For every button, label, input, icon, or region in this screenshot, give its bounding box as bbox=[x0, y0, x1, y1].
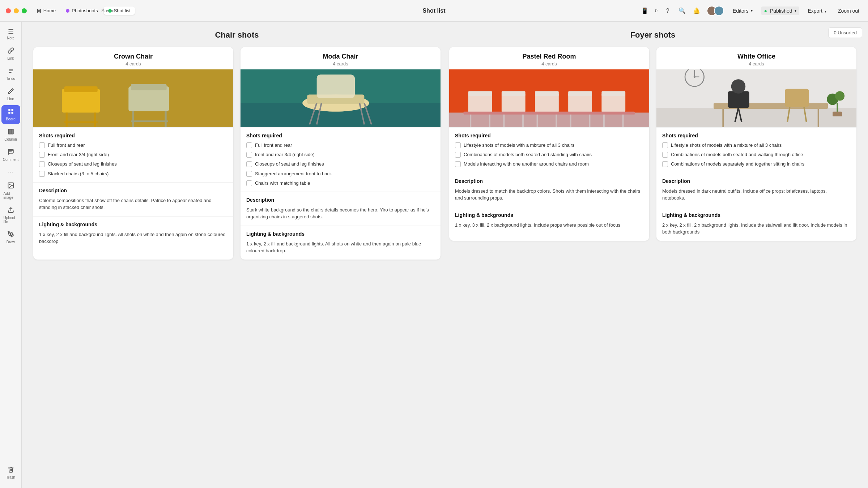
sidebar-column-label: Column bbox=[4, 137, 17, 141]
checkbox-w3[interactable] bbox=[662, 161, 668, 167]
moda-chair-header: Moda Chair 4 cards bbox=[241, 47, 441, 69]
svg-rect-58 bbox=[464, 112, 635, 115]
checkbox-p1[interactable] bbox=[455, 142, 461, 148]
svg-rect-47 bbox=[535, 91, 559, 96]
titlebar: M Home Photoshoots Shot list Saved Shot … bbox=[0, 0, 868, 22]
white-office-image bbox=[656, 69, 856, 127]
checkbox-m1[interactable] bbox=[246, 142, 252, 148]
add-image-icon bbox=[7, 182, 14, 191]
published-dot: ● bbox=[764, 8, 767, 14]
checklist-item: Full front and rear bbox=[246, 142, 435, 149]
checklist-item: Combinations of models both seated and s… bbox=[455, 151, 643, 158]
svg-rect-9 bbox=[12, 129, 13, 134]
checkbox-w2[interactable] bbox=[662, 152, 668, 158]
sidebar-item-board[interactable]: Board bbox=[1, 105, 20, 124]
svg-rect-5 bbox=[8, 112, 10, 114]
pastel-desc-text: Models dressed to match the backdrop col… bbox=[455, 188, 643, 202]
minimize-button[interactable] bbox=[14, 8, 19, 13]
white-office-header: White Office 4 cards bbox=[656, 47, 856, 69]
svg-point-78 bbox=[835, 91, 844, 100]
crown-chair-checklist: Full front and rear Front and rear 3/4 (… bbox=[39, 142, 227, 177]
checkbox-3[interactable] bbox=[39, 161, 45, 167]
sidebar-comment-label: Comment bbox=[3, 158, 18, 162]
svg-rect-51 bbox=[568, 91, 592, 96]
moda-chair-lighting-section: Lighting & backgrounds 1 x key, 2 x fill… bbox=[241, 226, 441, 260]
note-icon: ☰ bbox=[8, 27, 14, 35]
todo-icon bbox=[8, 68, 14, 76]
shot-label-3: Closeups of seat and leg finishes bbox=[48, 161, 117, 167]
home-icon: M bbox=[37, 8, 41, 14]
upload-icon bbox=[8, 207, 14, 215]
published-button[interactable]: ● Published ▾ bbox=[761, 7, 799, 15]
checkbox-2[interactable] bbox=[39, 152, 45, 158]
crown-chair-lighting-section: Lighting & backgrounds 1 x key, 2 x fill… bbox=[33, 216, 233, 250]
svg-rect-23 bbox=[131, 84, 167, 90]
zoom-button[interactable]: Zoom out bbox=[835, 7, 862, 15]
help-icon[interactable]: ? bbox=[663, 7, 672, 15]
sidebar-item-trash[interactable]: Trash bbox=[1, 463, 20, 482]
pastel-red-header: Pastel Red Room 4 cards bbox=[449, 47, 649, 69]
sidebar-item-more[interactable]: ··· bbox=[1, 166, 20, 177]
checklist-item: Lifestyle shots of models with a mixture… bbox=[455, 142, 643, 149]
moda-chair-card: Moda Chair 4 cards bbox=[241, 47, 441, 260]
sidebar-item-draw[interactable]: Draw bbox=[1, 228, 20, 247]
checkbox-p2[interactable] bbox=[455, 152, 461, 158]
close-button[interactable] bbox=[6, 8, 11, 13]
foyer-shots-section: Foyer shots Pastel Red Room 4 cards bbox=[449, 30, 856, 260]
foyer-shots-title: Foyer shots bbox=[449, 30, 856, 40]
checklist-item: Staggered arrangement front to back bbox=[246, 171, 435, 177]
checkbox-p3[interactable] bbox=[455, 161, 461, 167]
pastel-red-card: Pastel Red Room 4 cards bbox=[449, 47, 649, 241]
pastel-shot-1: Lifestyle shots of models with a mixture… bbox=[464, 142, 574, 149]
checklist-item: Stacked chairs (3 to 5 chairs) bbox=[39, 171, 227, 177]
export-chevron-icon: ▾ bbox=[825, 9, 826, 13]
search-icon[interactable]: 🔍 bbox=[678, 7, 686, 15]
editors-button[interactable]: Editors ▾ bbox=[730, 7, 756, 15]
checkbox-m3[interactable] bbox=[246, 161, 252, 167]
sidebar-item-add-image[interactable]: Add image bbox=[1, 179, 20, 202]
white-shot-3: Combinations of models separately and to… bbox=[671, 161, 804, 167]
checkbox-m4[interactable] bbox=[246, 171, 252, 177]
crown-chair-lighting-title: Lighting & backgrounds bbox=[39, 222, 227, 227]
checkbox-m2[interactable] bbox=[246, 152, 252, 158]
avatars bbox=[707, 6, 724, 16]
sidebar-item-column[interactable]: Column bbox=[1, 125, 20, 144]
crown-chair-image bbox=[33, 69, 233, 127]
white-office-shots-section: Shots required Lifestyle shots of models… bbox=[656, 127, 856, 173]
unsorted-button[interactable]: 0 Unsorted bbox=[828, 27, 862, 38]
notifications-icon[interactable]: 📱 bbox=[641, 7, 649, 15]
chair-shots-cards: Crown Chair 4 cards bbox=[33, 47, 441, 260]
svg-rect-4 bbox=[11, 109, 13, 111]
sidebar-item-comment[interactable]: Comment bbox=[1, 146, 20, 164]
bell-icon[interactable]: 🔔 bbox=[692, 7, 701, 15]
moda-chair-checklist: Full front and rear front and rear 3/4 (… bbox=[246, 142, 435, 187]
more-icon: ··· bbox=[8, 169, 13, 175]
moda-chair-description-section: Description Stark white background so th… bbox=[241, 192, 441, 226]
checkbox-4[interactable] bbox=[39, 171, 45, 177]
pastel-red-title: Pastel Red Room bbox=[455, 53, 643, 60]
svg-point-13 bbox=[9, 184, 10, 185]
checkbox-1[interactable] bbox=[39, 142, 45, 148]
moda-chair-desc-title: Description bbox=[246, 197, 435, 203]
pastel-shot-3: Models interacting with one another arou… bbox=[464, 161, 589, 167]
sidebar-todo-label: To-do bbox=[6, 77, 15, 81]
white-office-desc-title: Description bbox=[662, 178, 851, 184]
fullscreen-button[interactable] bbox=[22, 8, 27, 13]
sidebar-note-label: Note bbox=[7, 36, 14, 40]
svg-rect-42 bbox=[502, 94, 526, 113]
zoom-label: Zoom out bbox=[838, 8, 859, 14]
tab-home[interactable]: M Home bbox=[33, 7, 60, 15]
sidebar-item-note[interactable]: ☰ Note bbox=[1, 25, 20, 43]
tab-photoshoots-label: Photoshoots bbox=[72, 8, 98, 13]
checkbox-w1[interactable] bbox=[662, 142, 668, 148]
checkbox-m5[interactable] bbox=[246, 180, 252, 186]
white-office-shots-title: Shots required bbox=[662, 133, 851, 138]
crown-chair-desc-text: Colorful compositions that show off the … bbox=[39, 197, 227, 211]
sidebar-item-line[interactable]: Line bbox=[1, 85, 20, 104]
app-body: ☰ Note Link To-do bbox=[0, 22, 868, 488]
sidebar-item-link[interactable]: Link bbox=[1, 44, 20, 63]
export-button[interactable]: Export ▾ bbox=[805, 7, 829, 15]
tab-photoshoots[interactable]: Photoshoots bbox=[61, 7, 102, 15]
sidebar-item-upload-file[interactable]: Upload file bbox=[1, 204, 20, 227]
sidebar-item-todo[interactable]: To-do bbox=[1, 65, 20, 84]
